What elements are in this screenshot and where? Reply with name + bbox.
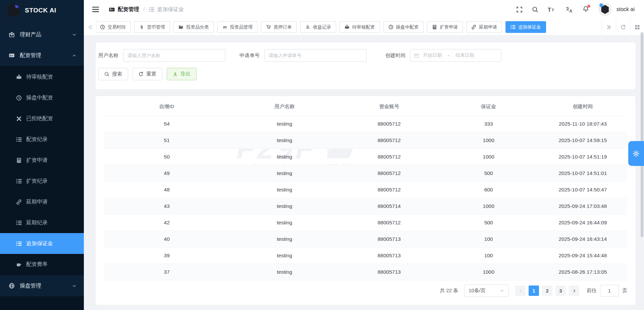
sidebar-subitem[interactable]: 待审核配资 (0, 67, 84, 87)
goto-page-input[interactable] (600, 285, 619, 297)
refresh-tab-button[interactable] (616, 19, 630, 35)
cell-created-time: 2025-10-07 14:51:01 (538, 165, 627, 181)
username-input[interactable] (123, 49, 225, 62)
end-date-placeholder: 结束日期 (455, 52, 474, 58)
tab[interactable]: m 投资品管理 (217, 21, 258, 33)
page-number-button[interactable]: 1 (529, 285, 539, 296)
tab[interactable]: 延期申请 (466, 21, 502, 33)
username-label: 用户名称 (98, 52, 118, 59)
user-name[interactable]: stock ai (616, 6, 635, 12)
export-button[interactable]: 导出 (167, 68, 197, 80)
translate-icon[interactable]: A (565, 6, 573, 13)
date-range-picker[interactable]: 开始日期 - 结束日期 (410, 49, 501, 62)
sidebar-item-trading-management[interactable]: 操盘管理 (0, 275, 84, 296)
cell-id: 40 (104, 231, 229, 247)
tabs-scroll-left-button[interactable] (84, 19, 97, 35)
sidebar-subitem[interactable]: 延期申请 (0, 191, 84, 212)
x-icon (16, 116, 22, 122)
sidebar-subitem-label: 已拒绝配资 (26, 115, 53, 122)
double-right-icon (606, 25, 612, 30)
avatar[interactable] (598, 3, 612, 16)
money-check-icon: $ (109, 6, 115, 13)
tab[interactable]: 投资品分类 (173, 21, 214, 33)
tabs-scroll-right-button[interactable] (602, 19, 616, 35)
goto-label: 前往 (587, 287, 597, 294)
calendar-icon (414, 53, 419, 58)
column-header: 用户名称 (229, 98, 339, 116)
table-row: 54 testing 88005712 333 2025-11-10 18:07… (104, 116, 627, 132)
sidebar-subitem[interactable]: 操盘中配资 (0, 87, 84, 108)
settings-fab[interactable] (628, 141, 644, 166)
breadcrumb: $ 配资管理 / 追加保证金 (109, 6, 184, 13)
folder-icon (178, 25, 183, 30)
cell-id: 51 (104, 132, 229, 148)
notification-badge (587, 5, 590, 8)
svg-text:T: T (548, 6, 551, 12)
sidebar-collapse-icon[interactable] (92, 6, 99, 12)
notifications-button[interactable] (583, 6, 589, 13)
svg-text:m: m (223, 25, 227, 30)
page-number-button[interactable]: 2 (542, 285, 552, 296)
sidebar-item-wealth-products[interactable]: 理财产品 (0, 24, 84, 45)
cell-username: testing (229, 132, 339, 148)
cell-created-time: 2025-09-24 15:44:48 (538, 247, 627, 264)
sidebar-subitem-label: 延期纪录 (26, 219, 48, 226)
sidebar-subitem[interactable]: 配资纪录 (0, 129, 84, 150)
tab[interactable]: S 收益记录 (300, 21, 336, 33)
sidebar-subitem[interactable]: 扩资申请 (0, 150, 84, 171)
sidebar-subitem[interactable]: 配资费率 (0, 254, 84, 275)
cell-account: 88005713 (339, 231, 439, 247)
tab[interactable]: 质押订单 (261, 21, 297, 33)
tab[interactable]: 操盘中配资 (383, 21, 424, 33)
column-header: 自增ID (104, 98, 229, 116)
cell-id: 42 (104, 214, 229, 231)
table-row: 43 testing 88005714 1000 2025-09-24 17:0… (104, 198, 627, 214)
tab[interactable]: 待审核配资 (339, 21, 380, 33)
breadcrumb-parent[interactable]: $ 配资管理 (109, 6, 139, 13)
fullscreen-icon[interactable] (516, 6, 523, 13)
page-number-button[interactable]: 3 (555, 285, 566, 296)
font-size-icon[interactable]: TT (548, 6, 556, 13)
money-check-icon: $ (9, 52, 15, 58)
cell-margin: 1000 (439, 198, 538, 214)
sidebar-subitem[interactable]: 扩资纪录 (0, 171, 84, 191)
search-button[interactable]: 搜索 (98, 68, 128, 80)
sidebar-subitem[interactable]: 追加保证金 (0, 233, 84, 254)
tab[interactable]: $ 货币管理 (134, 21, 170, 33)
column-header: 创建时间 (538, 98, 627, 116)
cell-username: testing (229, 181, 339, 198)
column-header: 资金账号 (339, 98, 439, 116)
table-row: 37 testing 88005713 1000 2025-08-26 17:1… (104, 264, 627, 280)
sidebar-subitem[interactable]: 已拒绝配资 (0, 108, 84, 129)
tab[interactable]: 交易时段 (97, 21, 131, 33)
logo-cube-icon (7, 3, 20, 17)
sidebar-item-financing-management[interactable]: $ 配资管理 (0, 45, 84, 66)
cell-created-time: 2025-11-10 18:07:43 (538, 116, 627, 132)
cell-account: 88005712 (339, 132, 439, 148)
table-row: 39 testing 88005713 100 2025-09-24 15:44… (104, 247, 627, 264)
tab-label: 收益记录 (313, 24, 331, 30)
sidebar-item-label: 操盘管理 (20, 282, 41, 290)
sidebar-subitem-label: 延期申请 (26, 198, 48, 206)
next-page-button[interactable] (569, 285, 579, 296)
order-number-label: 申请单号 (239, 52, 260, 59)
cell-account: 88005712 (339, 181, 439, 198)
book-reader-icon (16, 74, 22, 80)
order-number-input[interactable] (264, 49, 367, 62)
tab[interactable]: 追加保证金 (505, 21, 546, 33)
vertical-scrollbar[interactable] (641, 32, 643, 237)
cell-username: testing (229, 165, 339, 181)
list-icon (16, 220, 22, 226)
prev-page-button[interactable] (515, 285, 526, 296)
tab[interactable]: 扩资申请 (427, 21, 463, 33)
search-icon[interactable] (532, 6, 538, 13)
mug-icon (16, 262, 22, 267)
cell-account: 88005712 (339, 148, 439, 165)
cell-margin: 100 (439, 231, 538, 247)
reset-button[interactable]: 重置 (132, 68, 162, 80)
tab-label: 扩资申请 (440, 24, 458, 30)
table-row: 49 testing 88005712 500 2025-10-07 14:51… (104, 165, 627, 181)
sidebar-subitem[interactable]: 延期纪录 (0, 212, 84, 233)
cell-margin: 500 (439, 165, 538, 181)
page-size-select[interactable]: 10条/页 (464, 284, 508, 297)
